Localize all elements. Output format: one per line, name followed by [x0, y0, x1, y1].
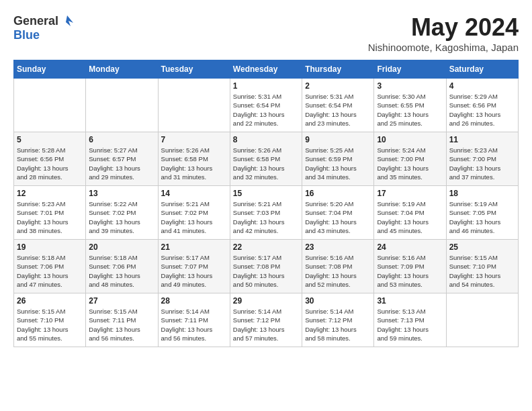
calendar-cell: 3Sunrise: 5:30 AMSunset: 6:55 PMDaylight… [374, 79, 446, 132]
day-info: Sunrise: 5:28 AMSunset: 6:56 PMDaylight:… [17, 146, 83, 181]
day-number: 28 [161, 296, 227, 306]
day-info: Sunrise: 5:26 AMSunset: 6:58 PMDaylight:… [233, 146, 299, 181]
day-number: 7 [161, 135, 227, 144]
day-number: 17 [377, 189, 443, 198]
day-info: Sunrise: 5:21 AMSunset: 7:03 PMDaylight:… [233, 199, 299, 235]
day-info: Sunrise: 5:15 AMSunset: 7:10 PMDaylight:… [449, 253, 515, 289]
calendar-cell: 8Sunrise: 5:26 AMSunset: 6:58 PMDaylight… [230, 132, 302, 186]
day-number: 2 [305, 81, 371, 91]
calendar-cell: 4Sunrise: 5:29 AMSunset: 6:56 PMDaylight… [446, 79, 518, 132]
day-number: 25 [449, 242, 515, 252]
day-number: 11 [449, 135, 515, 144]
weekday-header-friday: Friday [374, 60, 446, 79]
calendar-cell: 31Sunrise: 5:13 AMSunset: 7:13 PMDayligh… [374, 293, 446, 347]
weekday-header-saturday: Saturday [446, 60, 518, 79]
calendar-cell: 14Sunrise: 5:21 AMSunset: 7:02 PMDayligh… [158, 186, 230, 240]
day-info: Sunrise: 5:16 AMSunset: 7:08 PMDaylight:… [305, 253, 371, 289]
calendar-cell: 30Sunrise: 5:14 AMSunset: 7:12 PMDayligh… [302, 293, 374, 347]
weekday-header-thursday: Thursday [302, 60, 374, 79]
day-number: 20 [89, 242, 154, 252]
calendar-cell: 26Sunrise: 5:15 AMSunset: 7:10 PMDayligh… [14, 293, 86, 347]
day-info: Sunrise: 5:23 AMSunset: 7:00 PMDaylight:… [449, 146, 515, 181]
calendar-cell: 15Sunrise: 5:21 AMSunset: 7:03 PMDayligh… [230, 186, 302, 240]
day-number: 13 [89, 189, 154, 198]
calendar-header: SundayMondayTuesdayWednesdayThursdayFrid… [14, 60, 519, 79]
calendar-cell: 27Sunrise: 5:15 AMSunset: 7:11 PMDayligh… [86, 293, 158, 347]
logo-blue-text: Blue [13, 28, 40, 42]
weekday-header-sunday: Sunday [14, 60, 86, 79]
day-info: Sunrise: 5:14 AMSunset: 7:12 PMDaylight:… [233, 307, 299, 342]
calendar-cell: 10Sunrise: 5:24 AMSunset: 7:00 PMDayligh… [374, 132, 446, 186]
calendar-cell [446, 293, 518, 347]
location-title: Nishinoomote, Kagoshima, Japan [368, 42, 519, 53]
calendar-week-row: 1Sunrise: 5:31 AMSunset: 6:54 PMDaylight… [14, 79, 519, 132]
calendar-cell: 25Sunrise: 5:15 AMSunset: 7:10 PMDayligh… [446, 240, 518, 293]
day-info: Sunrise: 5:17 AMSunset: 7:08 PMDaylight:… [233, 253, 299, 289]
day-info: Sunrise: 5:30 AMSunset: 6:55 PMDaylight:… [377, 92, 443, 128]
day-info: Sunrise: 5:14 AMSunset: 7:12 PMDaylight:… [305, 307, 371, 342]
day-number: 5 [17, 135, 83, 144]
day-number: 18 [449, 189, 515, 198]
day-info: Sunrise: 5:29 AMSunset: 6:56 PMDaylight:… [449, 92, 515, 128]
calendar-cell: 9Sunrise: 5:25 AMSunset: 6:59 PMDaylight… [302, 132, 374, 186]
day-number: 15 [233, 189, 299, 198]
month-title: May 2024 [368, 13, 519, 42]
day-number: 6 [89, 135, 154, 144]
day-info: Sunrise: 5:18 AMSunset: 7:06 PMDaylight:… [17, 253, 83, 289]
calendar-cell: 23Sunrise: 5:16 AMSunset: 7:08 PMDayligh… [302, 240, 374, 293]
weekday-header-tuesday: Tuesday [158, 60, 230, 79]
day-info: Sunrise: 5:14 AMSunset: 7:11 PMDaylight:… [161, 307, 227, 342]
calendar-cell: 5Sunrise: 5:28 AMSunset: 6:56 PMDaylight… [14, 132, 86, 186]
day-number: 22 [233, 242, 299, 252]
calendar-week-row: 26Sunrise: 5:15 AMSunset: 7:10 PMDayligh… [14, 293, 519, 347]
calendar-cell: 18Sunrise: 5:19 AMSunset: 7:05 PMDayligh… [446, 186, 518, 240]
calendar-cell: 28Sunrise: 5:14 AMSunset: 7:11 PMDayligh… [158, 293, 230, 347]
calendar-body: 1Sunrise: 5:31 AMSunset: 6:54 PMDaylight… [14, 79, 519, 347]
day-number: 8 [233, 135, 299, 144]
logo-bird-icon [60, 13, 75, 28]
calendar-cell: 22Sunrise: 5:17 AMSunset: 7:08 PMDayligh… [230, 240, 302, 293]
day-info: Sunrise: 5:25 AMSunset: 6:59 PMDaylight:… [305, 146, 371, 181]
day-info: Sunrise: 5:19 AMSunset: 7:04 PMDaylight:… [377, 199, 443, 235]
weekday-header-row: SundayMondayTuesdayWednesdayThursdayFrid… [14, 60, 519, 79]
day-info: Sunrise: 5:21 AMSunset: 7:02 PMDaylight:… [161, 199, 227, 235]
calendar-week-row: 19Sunrise: 5:18 AMSunset: 7:06 PMDayligh… [14, 240, 519, 293]
day-info: Sunrise: 5:24 AMSunset: 7:00 PMDaylight:… [377, 146, 443, 181]
day-info: Sunrise: 5:23 AMSunset: 7:01 PMDaylight:… [17, 199, 83, 235]
day-info: Sunrise: 5:31 AMSunset: 6:54 PMDaylight:… [305, 92, 371, 128]
calendar-week-row: 5Sunrise: 5:28 AMSunset: 6:56 PMDaylight… [14, 132, 519, 186]
day-number: 9 [305, 135, 371, 144]
day-number: 10 [377, 135, 443, 144]
header: General Blue May 2024 Nishinoomote, Kago… [13, 13, 519, 53]
day-number: 24 [377, 242, 443, 252]
title-section: May 2024 Nishinoomote, Kagoshima, Japan [368, 13, 519, 53]
day-number: 31 [377, 296, 443, 306]
day-number: 23 [305, 242, 371, 252]
day-info: Sunrise: 5:13 AMSunset: 7:13 PMDaylight:… [377, 307, 443, 342]
day-number: 21 [161, 242, 227, 252]
weekday-header-wednesday: Wednesday [230, 60, 302, 79]
calendar-cell: 17Sunrise: 5:19 AMSunset: 7:04 PMDayligh… [374, 186, 446, 240]
logo: General Blue [13, 13, 75, 42]
calendar-cell: 21Sunrise: 5:17 AMSunset: 7:07 PMDayligh… [158, 240, 230, 293]
calendar-cell: 16Sunrise: 5:20 AMSunset: 7:04 PMDayligh… [302, 186, 374, 240]
calendar-cell: 13Sunrise: 5:22 AMSunset: 7:02 PMDayligh… [86, 186, 158, 240]
day-info: Sunrise: 5:18 AMSunset: 7:06 PMDaylight:… [89, 253, 154, 289]
day-number: 1 [233, 81, 299, 91]
day-number: 29 [233, 296, 299, 306]
calendar-cell: 1Sunrise: 5:31 AMSunset: 6:54 PMDaylight… [230, 79, 302, 132]
calendar-cell: 29Sunrise: 5:14 AMSunset: 7:12 PMDayligh… [230, 293, 302, 347]
calendar-cell [158, 79, 230, 132]
day-number: 30 [305, 296, 371, 306]
day-number: 14 [161, 189, 227, 198]
day-info: Sunrise: 5:19 AMSunset: 7:05 PMDaylight:… [449, 199, 515, 235]
day-info: Sunrise: 5:27 AMSunset: 6:57 PMDaylight:… [89, 146, 154, 181]
day-info: Sunrise: 5:15 AMSunset: 7:11 PMDaylight:… [89, 307, 154, 342]
day-info: Sunrise: 5:15 AMSunset: 7:10 PMDaylight:… [17, 307, 83, 342]
day-number: 4 [449, 81, 515, 91]
calendar-cell: 7Sunrise: 5:26 AMSunset: 6:58 PMDaylight… [158, 132, 230, 186]
day-number: 12 [17, 189, 83, 198]
day-info: Sunrise: 5:17 AMSunset: 7:07 PMDaylight:… [161, 253, 227, 289]
logo-general-text: General [13, 14, 58, 28]
day-info: Sunrise: 5:22 AMSunset: 7:02 PMDaylight:… [89, 199, 154, 235]
